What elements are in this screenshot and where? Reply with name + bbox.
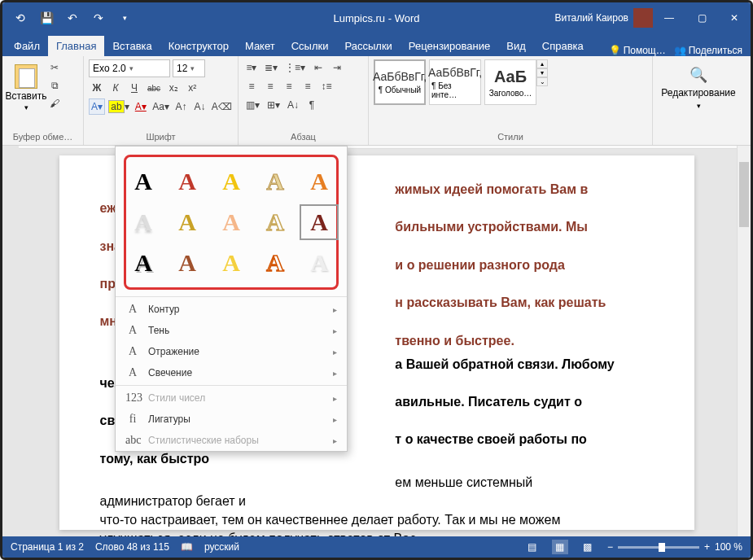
user-account[interactable]: Виталий Каиров bbox=[554, 8, 653, 28]
styles-more-icon[interactable]: ⌄ bbox=[536, 77, 548, 86]
align-center-button[interactable]: ≡ bbox=[262, 78, 278, 94]
style-no-spacing[interactable]: АаБбВвГг, ¶ Без инте… bbox=[429, 59, 481, 105]
shrink-font-button[interactable]: A↓ bbox=[192, 98, 208, 115]
justify-button[interactable]: ≡ bbox=[300, 78, 316, 94]
borders-button[interactable]: ⊞▾ bbox=[265, 97, 282, 113]
fx-preset-6[interactable]: A bbox=[124, 204, 163, 240]
bullets-button[interactable]: ≡▾ bbox=[243, 59, 260, 76]
fx-preset-3[interactable]: A bbox=[212, 164, 251, 199]
zoom-slider-knob[interactable] bbox=[659, 543, 665, 552]
fx-preset-13[interactable]: A bbox=[212, 245, 251, 281]
fx-reflection[interactable]: AОтражение▸ bbox=[116, 341, 347, 362]
clipboard-icon bbox=[15, 64, 37, 89]
tab-design[interactable]: Конструктор bbox=[160, 36, 237, 56]
tab-view[interactable]: Вид bbox=[498, 36, 534, 56]
underline-button[interactable]: Ч bbox=[126, 80, 142, 96]
tab-insert[interactable]: Вставка bbox=[104, 36, 160, 56]
fx-preset-12[interactable]: A bbox=[168, 245, 207, 281]
copy-button[interactable]: ⧉ bbox=[46, 77, 63, 94]
user-name: Виталий Каиров bbox=[554, 12, 628, 24]
fx-shadow[interactable]: AТень▸ bbox=[116, 320, 347, 341]
superscript-button[interactable]: x² bbox=[184, 80, 200, 96]
share-button[interactable]: 👥 Поделиться bbox=[674, 45, 742, 56]
fx-preset-2[interactable]: A bbox=[168, 164, 207, 199]
fx-preset-7[interactable]: A bbox=[168, 204, 207, 240]
status-proofing-icon[interactable]: 📖 bbox=[181, 541, 193, 553]
view-read-mode[interactable]: ▤ bbox=[524, 540, 541, 554]
strike-button[interactable]: abc bbox=[145, 80, 163, 96]
decrease-indent-button[interactable]: ⇤ bbox=[310, 59, 326, 76]
status-page[interactable]: Страница 1 из 2 bbox=[11, 541, 84, 553]
style-heading1[interactable]: АаБ Заголово… bbox=[484, 59, 536, 105]
view-web-layout[interactable]: ▩ bbox=[580, 540, 596, 554]
text-effects-gallery: A A A A A A A A A A A A A A A bbox=[124, 155, 339, 290]
highlight-button[interactable]: ab▾ bbox=[107, 98, 130, 115]
tab-home[interactable]: Главная bbox=[48, 36, 104, 56]
redo-icon[interactable]: ↷ bbox=[89, 8, 108, 28]
tab-mailings[interactable]: Рассылки bbox=[336, 36, 400, 56]
tab-file[interactable]: Файл bbox=[6, 36, 48, 56]
save-icon[interactable]: 💾 bbox=[37, 8, 56, 28]
font-size-combo[interactable]: 12 bbox=[173, 59, 205, 77]
zoom-value[interactable]: 100 % bbox=[715, 541, 742, 553]
scrollbar-thumb[interactable] bbox=[739, 162, 749, 227]
font-name-combo[interactable]: Exo 2.0 bbox=[89, 59, 170, 77]
grow-font-button[interactable]: A↑ bbox=[173, 98, 190, 115]
tab-review[interactable]: Рецензирование bbox=[401, 36, 498, 56]
styles-up-icon[interactable]: ▴ bbox=[536, 59, 548, 68]
format-painter-button[interactable]: 🖌 bbox=[46, 95, 63, 112]
vertical-scrollbar[interactable] bbox=[737, 146, 751, 536]
autosave-icon[interactable]: ⟲ bbox=[11, 8, 30, 28]
view-print-layout[interactable]: ▦ bbox=[552, 540, 568, 554]
text-effects-button[interactable]: A▾ bbox=[89, 98, 105, 115]
tell-me[interactable]: 💡 Помощ… bbox=[609, 45, 666, 56]
status-words[interactable]: Слово 48 из 115 bbox=[95, 541, 169, 553]
zoom-out-button[interactable]: − bbox=[607, 541, 613, 553]
fx-preset-1[interactable]: A bbox=[124, 164, 163, 199]
fx-preset-9[interactable]: A bbox=[256, 204, 295, 240]
clear-format-button[interactable]: A⌫ bbox=[211, 98, 233, 115]
paste-button[interactable]: Вставить ▾ bbox=[7, 59, 45, 116]
tab-layout[interactable]: Макет bbox=[237, 36, 283, 56]
sort-button[interactable]: A↓ bbox=[285, 97, 301, 113]
fx-preset-5[interactable]: A bbox=[300, 164, 339, 199]
qat-customize-icon[interactable]: ▾ bbox=[115, 8, 134, 28]
shading-button[interactable]: ▥▾ bbox=[243, 97, 262, 113]
show-marks-button[interactable]: ¶ bbox=[304, 97, 320, 113]
italic-button[interactable]: К bbox=[107, 80, 124, 96]
cut-button[interactable]: ✂ bbox=[46, 59, 63, 76]
styles-down-icon[interactable]: ▾ bbox=[536, 68, 548, 77]
undo-icon[interactable]: ↶ bbox=[63, 8, 82, 28]
quick-access-toolbar: ⟲ 💾 ↶ ↷ ▾ bbox=[2, 8, 134, 28]
increase-indent-button[interactable]: ⇥ bbox=[329, 59, 345, 76]
align-right-button[interactable]: ≡ bbox=[281, 78, 297, 94]
tab-references[interactable]: Ссылки bbox=[283, 36, 337, 56]
fx-preset-10[interactable]: A bbox=[300, 204, 339, 240]
align-left-button[interactable]: ≡ bbox=[243, 78, 260, 94]
numbering-button[interactable]: ≣▾ bbox=[262, 59, 280, 76]
fx-preset-8[interactable]: A bbox=[212, 204, 251, 240]
subscript-button[interactable]: x₂ bbox=[165, 80, 182, 96]
fx-preset-4[interactable]: A bbox=[256, 164, 295, 199]
multilevel-button[interactable]: ⋮≡▾ bbox=[282, 59, 308, 76]
zoom-slider[interactable] bbox=[618, 546, 699, 549]
bold-button[interactable]: Ж bbox=[89, 80, 105, 96]
fx-glow[interactable]: AСвечение▸ bbox=[116, 362, 347, 383]
close-button[interactable]: ✕ bbox=[718, 2, 751, 33]
change-case-button[interactable]: Aa▾ bbox=[151, 98, 171, 115]
status-language[interactable]: русский bbox=[204, 541, 239, 553]
minimize-button[interactable]: — bbox=[653, 2, 685, 33]
fx-preset-14[interactable]: A bbox=[256, 245, 295, 281]
fx-preset-15[interactable]: A bbox=[300, 245, 339, 281]
fx-outline[interactable]: AКонтур▸ bbox=[116, 299, 347, 320]
tab-help[interactable]: Справка bbox=[534, 36, 592, 56]
reflection-icon: A bbox=[125, 345, 140, 358]
line-spacing-button[interactable]: ↕≡ bbox=[318, 78, 335, 94]
zoom-in-button[interactable]: + bbox=[704, 541, 710, 553]
fx-ligatures[interactable]: fiЛигатуры▸ bbox=[116, 409, 347, 430]
font-color-button[interactable]: A▾ bbox=[133, 98, 149, 115]
editing-button[interactable]: 🔍 Редактирование ▾ bbox=[658, 59, 739, 116]
style-normal[interactable]: АаБбВвГг, ¶ Обычный bbox=[374, 59, 426, 105]
maximize-button[interactable]: ▢ bbox=[685, 2, 718, 33]
fx-preset-11[interactable]: A bbox=[124, 245, 163, 281]
